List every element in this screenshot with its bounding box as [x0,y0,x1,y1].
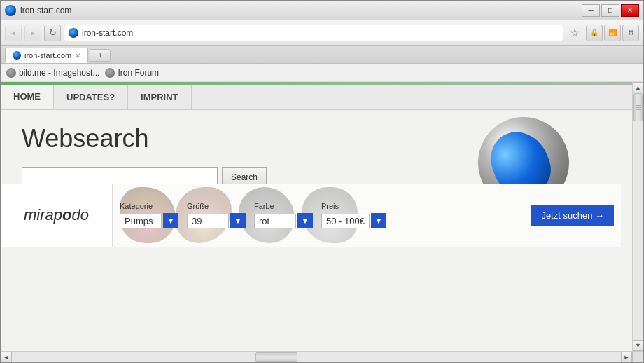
kategorie-value: Pumps [120,214,162,228]
page-tab-home[interactable]: HOME [1,85,54,109]
refresh-button[interactable]: ↻ [44,25,61,41]
bookmark-icon-bildme [6,68,16,78]
page-tab-updates[interactable]: UPDATES? [54,85,128,109]
address-text: iron-start.com [82,28,133,38]
scroll-down-button[interactable]: ▼ [633,340,643,351]
farbe-value: rot [254,214,296,228]
page-tab-imprint[interactable]: IMPRINT [128,85,191,109]
farbe-select-row: rot ▼ [254,213,313,228]
mirapodo-logo-text: mirapodo [24,206,89,224]
farbe-arrow-button[interactable]: ▼ [298,213,313,228]
filter-kategorie: Kategorie Pumps ▼ [120,202,178,228]
tab-iron-start[interactable]: iron-start.com ✕ [5,48,88,63]
tab-close-button[interactable]: ✕ [75,52,80,60]
kategorie-arrow-icon: ▼ [167,216,175,226]
browser-icon [5,5,16,16]
window-title: iron-start.com [20,6,71,15]
close-button[interactable]: ✕ [621,4,639,17]
preis-arrow-icon: ▼ [374,216,383,226]
page-main: Websearch Search Web Images [1,110,632,247]
bookmark-iron-forum[interactable]: Iron Forum [105,68,159,78]
vertical-scrollbar: ▲ ▼ [632,82,643,351]
preis-select-row: 50 - 100€ ▼ [321,213,386,228]
preis-label: Preis [321,202,386,210]
title-bar-controls: ─ □ ✕ [582,4,639,17]
bookmark-label-bildme: bild.me - Imagehost... [19,68,99,78]
farbe-arrow-icon: ▼ [301,216,309,226]
scroll-track[interactable] [633,93,643,340]
filter-area: Kategorie Pumps ▼ Größe [113,184,621,247]
filter-content: Kategorie Pumps ▼ Größe [120,202,614,228]
kategorie-select-row: Pumps ▼ [120,213,178,228]
maximize-button[interactable]: □ [601,4,620,17]
groesse-select-row: 39 ▼ [187,213,246,228]
tabs-bar: iron-start.com ✕ + [1,46,643,64]
bookmark-icon-iron-forum [105,68,115,78]
security-button[interactable]: 🔒 [586,25,603,41]
back-icon: ◂ [11,28,15,38]
preis-arrow-button[interactable]: ▼ [371,213,386,228]
bookmark-label-iron-forum: Iron Forum [118,68,159,78]
title-bar: iron-start.com ─ □ ✕ [1,1,643,20]
minimize-button[interactable]: ─ [582,4,600,17]
hscroll-thumb[interactable] [255,352,298,362]
navigation-bar: ◂ ▸ ↻ iron-start.com ☆ 🔒 📶 ⚙ [1,20,643,46]
scroll-line-1 [636,105,641,106]
back-button[interactable]: ◂ [5,25,22,41]
preis-value: 50 - 100€ [321,214,370,228]
forward-button[interactable]: ▸ [24,25,41,41]
horizontal-scrollbar: ◄ ► [1,351,643,362]
bookmark-bar: bild.me - Imagehost... Iron Forum [1,64,643,82]
farbe-label: Farbe [254,202,313,210]
star-icon: ☆ [570,26,580,39]
extra-nav-buttons: 🔒 📶 ⚙ [586,25,639,41]
scroll-up-button[interactable]: ▲ [633,82,643,93]
groesse-arrow-button[interactable]: ▼ [230,213,246,228]
page-navigation: HOME UPDATES? IMPRINT [1,85,632,110]
hscroll-track[interactable] [12,352,621,362]
signal-button[interactable]: 📶 [604,25,621,41]
content-area: HOME UPDATES? IMPRINT Websearch [1,82,643,351]
groesse-value: 39 [187,214,229,228]
title-bar-left: iron-start.com [5,5,71,16]
page-content: HOME UPDATES? IMPRINT Websearch [1,82,632,351]
groesse-label: Größe [187,202,246,210]
filter-groesse: Größe 39 ▼ [187,202,246,228]
filter-preis: Preis 50 - 100€ ▼ [321,202,386,228]
groesse-arrow-icon: ▼ [234,216,242,226]
settings-button[interactable]: ⚙ [622,25,639,41]
hscroll-left-button[interactable]: ◄ [1,352,12,362]
jetzt-suchen-button[interactable]: Jetzt suchen → [531,205,614,226]
mirapodo-logo: mirapodo [1,184,113,247]
scroll-thumb[interactable] [634,93,643,121]
scroll-thumb-lines [634,94,642,121]
tab-favicon [13,51,21,60]
tab-label: iron-start.com [24,51,71,60]
address-bar[interactable]: iron-start.com [64,25,564,41]
bookmark-star-button[interactable]: ☆ [566,25,583,41]
filter-farbe: Farbe rot ▼ [254,202,313,228]
site-icon [69,28,78,38]
browser-window: iron-start.com ─ □ ✕ ◂ ▸ ↻ iron-start.co… [0,0,644,363]
kategorie-label: Kategorie [120,202,178,210]
mirapodo-section: mirapodo Ka [1,184,621,247]
forward-icon: ▸ [31,28,35,38]
new-tab-button[interactable]: + [90,49,111,62]
scroll-line-3 [636,109,641,110]
refresh-icon: ↻ [49,27,57,38]
banner-area: mirapodo Ka [1,184,621,247]
scrollbar-corner [632,352,643,362]
kategorie-arrow-button[interactable]: ▼ [163,213,178,228]
hscroll-right-button[interactable]: ► [621,352,632,362]
bookmark-bildme[interactable]: bild.me - Imagehost... [6,68,99,78]
scroll-line-2 [636,107,641,108]
